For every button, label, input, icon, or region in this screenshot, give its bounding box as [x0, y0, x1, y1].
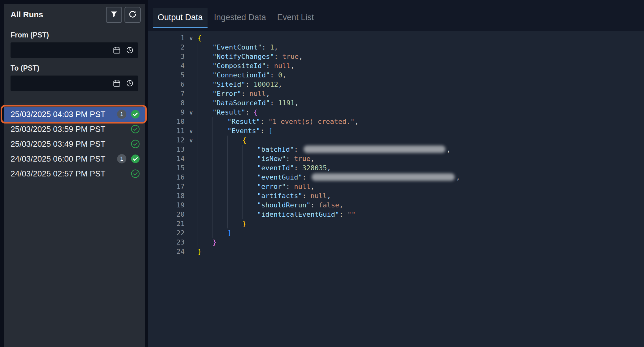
redacted-value — [304, 145, 445, 153]
run-list-item[interactable]: 25/03/2025 04:03 PM PST 1 — [4, 107, 145, 122]
code-line: 21} — [148, 219, 644, 228]
code-token: "isNew" — [257, 155, 286, 163]
code-content: "shouldRerun": false, — [198, 201, 343, 210]
line-number: 1 — [148, 33, 185, 43]
code-line: 13"batchId": , — [148, 145, 644, 154]
fold-chevron-icon[interactable]: ∨ — [185, 136, 198, 145]
code-token: , — [447, 145, 451, 153]
tab-output-data[interactable]: Output Data — [153, 8, 208, 28]
code-content: { — [198, 33, 202, 43]
json-viewer: 1∨{2"EventCount": 1,3"NotifyChanges": tr… — [148, 31, 644, 347]
fold-chevron-icon[interactable]: ∨ — [185, 126, 198, 136]
code-content: "error": null, — [198, 182, 314, 191]
fold-chevron-icon[interactable]: ∨ — [185, 108, 198, 117]
code-content: "eventGuid": , — [198, 173, 460, 182]
clock-icon[interactable] — [126, 46, 134, 54]
code-content: "EventCount": 1, — [198, 43, 278, 52]
code-token: : — [286, 183, 294, 190]
code-token: , — [299, 53, 303, 60]
fold-spacer — [185, 173, 198, 182]
code-line: 1∨{ — [148, 33, 644, 43]
code-token: , — [278, 80, 282, 88]
line-number: 22 — [148, 228, 185, 238]
code-token: "SiteId" — [212, 80, 245, 88]
code-token: } — [212, 238, 217, 246]
indent-guide — [212, 182, 227, 191]
line-number: 3 — [148, 52, 185, 61]
run-count-badge: 1 — [117, 154, 126, 163]
code-content: "artifacts": null, — [198, 191, 331, 201]
code-content: "isNew": true, — [198, 154, 314, 163]
code-token: { — [198, 34, 202, 42]
to-label: To (PST) — [11, 64, 138, 72]
code-token: : — [302, 192, 311, 200]
code-token: "ConnectionId" — [212, 71, 270, 79]
code-token: , — [310, 155, 314, 163]
success-check-icon — [131, 110, 140, 119]
indent-guide — [227, 210, 242, 219]
code-token: "Events" — [227, 127, 260, 135]
clock-icon[interactable] — [126, 79, 134, 87]
fold-spacer — [185, 219, 198, 228]
code-token: true — [282, 53, 299, 60]
filter-button[interactable] — [106, 7, 122, 23]
indent-guide — [198, 117, 212, 126]
code-token: : — [270, 99, 278, 107]
run-list-item[interactable]: 24/03/2025 02:57 PM PST — [4, 166, 145, 181]
line-number: 8 — [148, 98, 185, 108]
run-timestamp: 25/03/2025 04:03 PM PST — [11, 110, 117, 119]
indent-guide — [212, 191, 227, 201]
fold-spacer — [185, 191, 198, 201]
code-token: : — [286, 155, 294, 163]
indent-guide — [198, 126, 212, 136]
fold-spacer — [185, 210, 198, 219]
refresh-button[interactable] — [125, 7, 141, 23]
indent-guide — [227, 145, 242, 154]
code-token: false — [319, 201, 339, 209]
code-token: 0 — [278, 71, 282, 79]
tab-event-list[interactable]: Event List — [273, 8, 319, 28]
code-line: 17"error": null, — [148, 182, 644, 191]
calendar-icon[interactable] — [113, 79, 121, 87]
line-number: 12 — [148, 136, 185, 145]
code-token: , — [266, 90, 270, 98]
code-content: "batchId": , — [198, 145, 451, 154]
calendar-icon[interactable] — [113, 46, 121, 54]
code-token: "error" — [257, 183, 286, 190]
indent-guide — [227, 201, 242, 210]
to-date-input[interactable] — [11, 76, 138, 91]
run-list-item[interactable]: 24/03/2025 06:00 PM PST 1 — [4, 151, 145, 166]
fold-chevron-icon[interactable]: ∨ — [185, 33, 198, 43]
code-line: 8"DataSourceId": 1191, — [148, 98, 644, 108]
indent-guide — [198, 182, 212, 191]
line-number: 13 — [148, 145, 185, 154]
indent-guide — [212, 154, 227, 163]
code-line: 6"SiteId": 100012, — [148, 80, 644, 89]
code-token: { — [242, 136, 246, 144]
code-line: 2"EventCount": 1, — [148, 43, 644, 52]
from-date-input[interactable] — [11, 42, 138, 58]
indent-guide — [198, 210, 212, 219]
code-content: { — [198, 136, 246, 145]
code-token: "shouldRerun" — [257, 201, 310, 209]
code-line: 5"ConnectionId": 0, — [148, 71, 644, 80]
code-line: 7"Error": null, — [148, 89, 644, 98]
indent-guide — [212, 163, 227, 173]
fold-spacer — [185, 238, 198, 247]
line-number: 24 — [148, 247, 185, 256]
line-number: 23 — [148, 238, 185, 247]
indent-guide — [198, 71, 212, 80]
code-content: "Result": { — [198, 108, 258, 117]
code-token: "eventGuid" — [257, 173, 302, 181]
run-list-item[interactable]: 25/03/2025 03:49 PM PST — [4, 137, 145, 151]
run-list-item[interactable]: 25/03/2025 03:59 PM PST — [4, 122, 145, 137]
code-token: : — [260, 127, 269, 135]
code-content: "NotifyChanges": true, — [198, 52, 303, 61]
runs-panel-header: All Runs — [4, 4, 145, 26]
code-token: null — [294, 183, 310, 190]
tab-ingested-data[interactable]: Ingested Data — [209, 8, 271, 28]
line-number: 10 — [148, 117, 185, 126]
code-line: 20"identicalEventGuid": "" — [148, 210, 644, 219]
indent-guide — [198, 80, 212, 89]
indent-guide — [198, 191, 212, 201]
